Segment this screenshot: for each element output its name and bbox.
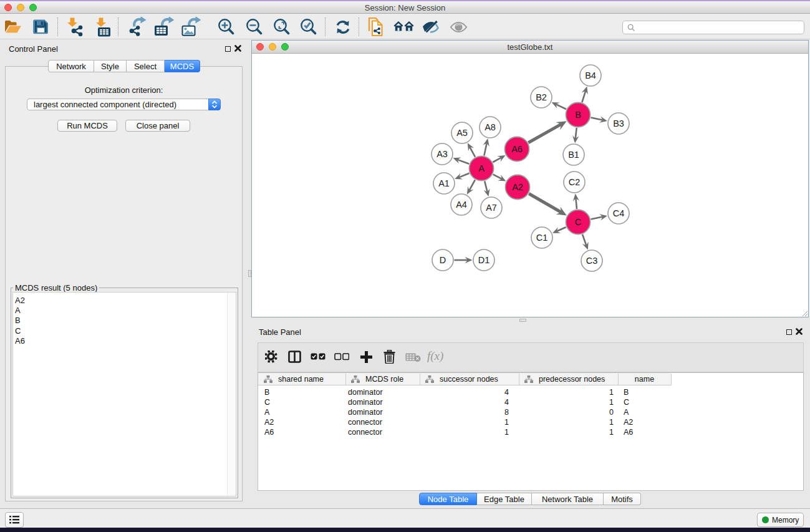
svg-text:C2: C2 (569, 177, 581, 187)
svg-text:C1: C1 (536, 233, 548, 243)
svg-text:D: D (440, 255, 446, 265)
svg-text:A8: A8 (485, 122, 496, 132)
svg-text:A: A (478, 163, 485, 173)
svg-text:B3: B3 (613, 118, 624, 128)
svg-text:A6: A6 (511, 144, 523, 154)
svg-text:C: C (575, 217, 581, 227)
svg-text:D1: D1 (478, 255, 490, 265)
svg-text:B2: B2 (536, 92, 547, 102)
svg-text:A3: A3 (436, 149, 448, 159)
svg-text:C4: C4 (613, 208, 625, 218)
svg-text:A4: A4 (456, 200, 467, 210)
svg-text:A7: A7 (486, 203, 497, 213)
svg-text:A5: A5 (456, 128, 468, 138)
svg-text:A2: A2 (512, 182, 523, 192)
svg-text:B: B (575, 110, 581, 120)
svg-text:B1: B1 (568, 150, 579, 160)
svg-text:C3: C3 (586, 256, 598, 266)
svg-text:B4: B4 (585, 70, 596, 80)
svg-text:A1: A1 (438, 178, 450, 188)
